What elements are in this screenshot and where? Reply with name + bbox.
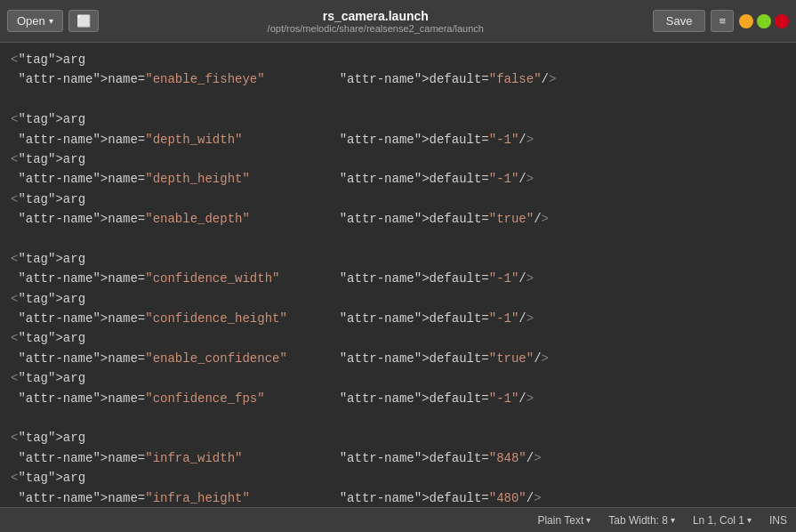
close-button[interactable] <box>775 14 789 28</box>
save-as-button[interactable]: ⬜ <box>68 10 99 32</box>
title-center: rs_camera.launch /opt/ros/melodic/share/… <box>99 9 653 34</box>
editor-container: <"tag">arg "attr-name">name="enable_fish… <box>0 43 796 507</box>
open-button[interactable]: Open ▾ <box>7 10 63 32</box>
menu-button[interactable]: ≡ <box>711 10 734 32</box>
tab-width-chevron-icon: ▾ <box>671 515 675 525</box>
editor-line: <"tag">arg <box>11 50 785 69</box>
window-controls <box>739 14 789 28</box>
editor-line: <"tag">arg <box>11 189 785 209</box>
position-chevron-icon: ▾ <box>747 515 752 525</box>
window-subtitle: /opt/ros/melodic/share/realsense2_camera… <box>99 23 653 34</box>
editor-line: <"tag">arg <box>11 468 785 488</box>
mode-label: INS <box>769 514 787 527</box>
save-button[interactable]: Save <box>653 10 706 32</box>
tab-width-selector[interactable]: Tab Width: 8 ▾ <box>608 514 675 527</box>
editor-content[interactable]: <"tag">arg "attr-name">name="enable_fish… <box>0 43 796 507</box>
editor-line: <"tag">arg <box>11 249 785 269</box>
toolbar-right: Save ≡ <box>653 10 789 32</box>
insert-mode[interactable]: INS <box>769 514 787 527</box>
maximize-button[interactable] <box>757 14 771 28</box>
editor-line <box>11 90 785 109</box>
file-type-chevron-icon: ▾ <box>586 515 591 525</box>
tab-width-label: Tab Width: 8 <box>608 514 668 527</box>
cursor-position[interactable]: Ln 1, Col 1 ▾ <box>693 514 752 527</box>
toolbar-left: Open ▾ ⬜ <box>7 10 99 32</box>
editor-line: <"tag">arg <box>11 328 785 348</box>
editor-line <box>11 408 785 428</box>
title-bar: Open ▾ ⬜ rs_camera.launch /opt/ros/melod… <box>0 0 796 43</box>
window-title: rs_camera.launch <box>99 9 653 23</box>
editor-line: <"tag">arg <box>11 428 785 447</box>
save-as-icon: ⬜ <box>76 14 91 28</box>
minimize-button[interactable] <box>739 14 753 28</box>
editor-line: <"tag">arg <box>11 109 785 129</box>
position-label: Ln 1, Col 1 <box>693 514 744 527</box>
editor-line: <"tag">arg <box>11 368 785 388</box>
file-type-selector[interactable]: Plain Text ▾ <box>537 514 591 527</box>
open-label: Open <box>17 14 45 28</box>
open-chevron-icon: ▾ <box>49 16 53 26</box>
editor-line: <"tag">arg <box>11 149 785 169</box>
status-bar: Plain Text ▾ Tab Width: 8 ▾ Ln 1, Col 1 … <box>0 507 796 532</box>
editor-line <box>11 230 785 249</box>
editor-line: <"tag">arg <box>11 289 785 309</box>
file-type-label: Plain Text <box>537 514 583 527</box>
